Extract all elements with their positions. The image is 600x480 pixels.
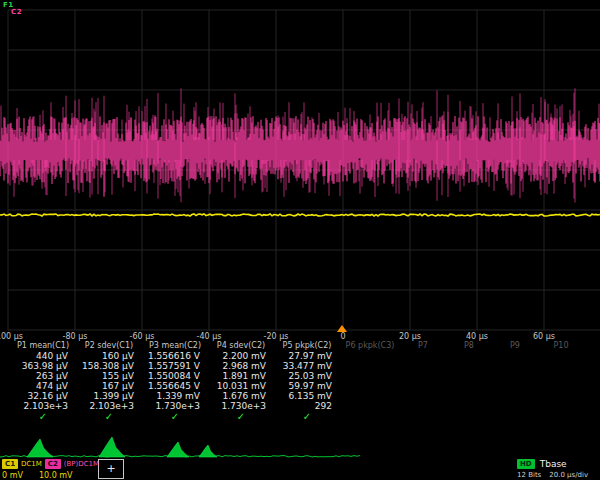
measure-column-header-p8[interactable]: P8: [446, 340, 492, 351]
measure-value-cell: 292: [274, 401, 340, 411]
measure-value-cell: 363.98 µV: [10, 361, 76, 371]
measure-value-cell: 1.557591 V: [142, 361, 208, 371]
measure-column-header-p7[interactable]: P7: [400, 340, 446, 351]
timebase-label: Tbase: [540, 459, 567, 469]
timebase-settings: 12 Bits 20.0 µs/div: [517, 471, 588, 479]
measure-status-cell: ✓: [142, 411, 208, 422]
histicon-peak[interactable]: [27, 439, 53, 457]
measure-column-header-p4[interactable]: P4 sdev(C2): [208, 340, 274, 351]
measure-value-cell: 25.03 mV: [274, 371, 340, 381]
oscilloscope-display: F1 C2 -100 µs-80 µs-60 µs-40 µs-20 µs020…: [0, 0, 600, 480]
waveform-grid[interactable]: [0, 0, 600, 334]
measure-value-cell: [340, 401, 400, 411]
measure-value-cell: 27.97 mV: [274, 351, 340, 361]
measure-column-header-p3[interactable]: P3 mean(C2): [142, 340, 208, 351]
measure-value-cell: 155 µV: [76, 371, 142, 381]
measure-value-cell: [492, 361, 538, 371]
measure-value-cell: [400, 351, 446, 361]
measure-status-cell: [340, 411, 400, 422]
measure-value-cell: [492, 391, 538, 401]
measure-value-cell: [492, 381, 538, 391]
trace-tag-c2: C2: [11, 8, 22, 16]
measure-value-cell: 2.103e+3: [10, 401, 76, 411]
measure-value-cell: 2.200 mV: [208, 351, 274, 361]
measure-value-cell: 59.97 mV: [274, 381, 340, 391]
measure-value-cell: [446, 381, 492, 391]
measure-value-cell: [340, 391, 400, 401]
measure-value-cell: 1.339 mV: [142, 391, 208, 401]
measure-value-cell: [400, 371, 446, 381]
measure-value-cell: 1.556616 V: [142, 351, 208, 361]
channel-c2-chip[interactable]: C2: [45, 459, 61, 469]
timebase-descriptor[interactable]: HD Tbase: [517, 459, 567, 469]
measure-value-cell: [538, 361, 584, 371]
c2-coupling-label: (BP)DC1M: [64, 460, 99, 468]
measure-value-cell: [446, 391, 492, 401]
measure-status-cell: [538, 411, 584, 422]
measure-value-cell: [446, 361, 492, 371]
measure-status-cell: [492, 411, 538, 422]
measure-value-cell: 32.16 µV: [10, 391, 76, 401]
trigger-position-marker[interactable]: [337, 325, 347, 332]
measure-value-cell: 263 µV: [10, 371, 76, 381]
measure-value-cell: [538, 391, 584, 401]
measure-column-header-p2[interactable]: P2 sdev(C1): [76, 340, 142, 351]
measure-value-cell: 2.968 mV: [208, 361, 274, 371]
measure-value-cell: [446, 371, 492, 381]
c1-offset-value: 0 mV: [2, 471, 23, 480]
histicon-peak[interactable]: [99, 437, 125, 457]
c1-settings: 0 mV 10.0 mV: [2, 471, 73, 480]
measure-value-cell: [446, 401, 492, 411]
measurement-table: P1 mean(C1)P2 sdev(C1)P3 mean(C2)P4 sdev…: [10, 340, 584, 422]
histicon-traces[interactable]: [0, 426, 600, 460]
measure-status-cell: ✓: [10, 411, 76, 422]
add-trace-button[interactable]: +: [98, 459, 124, 479]
measure-value-cell: 10.031 mV: [208, 381, 274, 391]
measure-value-cell: [492, 401, 538, 411]
histicon-peak[interactable]: [167, 442, 189, 457]
measure-value-cell: [492, 351, 538, 361]
measure-value-cell: [538, 401, 584, 411]
measure-value-cell: 440 µV: [10, 351, 76, 361]
measure-value-cell: 2.103e+3: [76, 401, 142, 411]
measure-value-cell: [400, 401, 446, 411]
measure-value-cell: [340, 361, 400, 371]
measure-column-header-p9[interactable]: P9: [492, 340, 538, 351]
measure-value-cell: 6.135 mV: [274, 391, 340, 401]
measure-value-cell: [538, 371, 584, 381]
c1-scale-value: 10.0 mV: [39, 471, 73, 480]
measure-value-cell: [492, 371, 538, 381]
measure-column-header-p1[interactable]: P1 mean(C1): [10, 340, 76, 351]
measure-value-cell: 1.730e+3: [208, 401, 274, 411]
measure-value-cell: [400, 381, 446, 391]
measure-status-cell: [400, 411, 446, 422]
hd-mode-badge: HD: [517, 459, 535, 469]
measure-value-cell: 1.550084 V: [142, 371, 208, 381]
measure-value-cell: 1.676 mV: [208, 391, 274, 401]
measure-status-cell: [446, 411, 492, 422]
measure-column-header-p10[interactable]: P10: [538, 340, 584, 351]
measure-value-cell: 160 µV: [76, 351, 142, 361]
measure-value-cell: 1.399 µV: [76, 391, 142, 401]
c1-coupling-label: DC1M: [21, 460, 42, 468]
measure-value-cell: 33.477 mV: [274, 361, 340, 371]
measure-status-cell: ✓: [208, 411, 274, 422]
measure-value-cell: [340, 351, 400, 361]
measure-value-cell: [538, 351, 584, 361]
measure-value-cell: [400, 391, 446, 401]
measure-value-cell: [400, 361, 446, 371]
c1-waveform[interactable]: [0, 214, 600, 216]
measure-value-cell: 474 µV: [10, 381, 76, 391]
measure-value-cell: [538, 381, 584, 391]
channel-c1-chip[interactable]: C1: [2, 459, 18, 469]
measure-status-cell: ✓: [274, 411, 340, 422]
measure-value-cell: [340, 371, 400, 381]
measure-value-cell: 158.308 µV: [76, 361, 142, 371]
measure-value-cell: 1.730e+3: [142, 401, 208, 411]
histicon-peak[interactable]: [199, 445, 217, 457]
measure-value-cell: [340, 381, 400, 391]
measure-value-cell: [446, 351, 492, 361]
measure-column-header-p6[interactable]: P6 pkpk(C3): [340, 340, 400, 351]
c2-waveform[interactable]: [0, 116, 600, 184]
measure-column-header-p5[interactable]: P5 pkpk(C2): [274, 340, 340, 351]
